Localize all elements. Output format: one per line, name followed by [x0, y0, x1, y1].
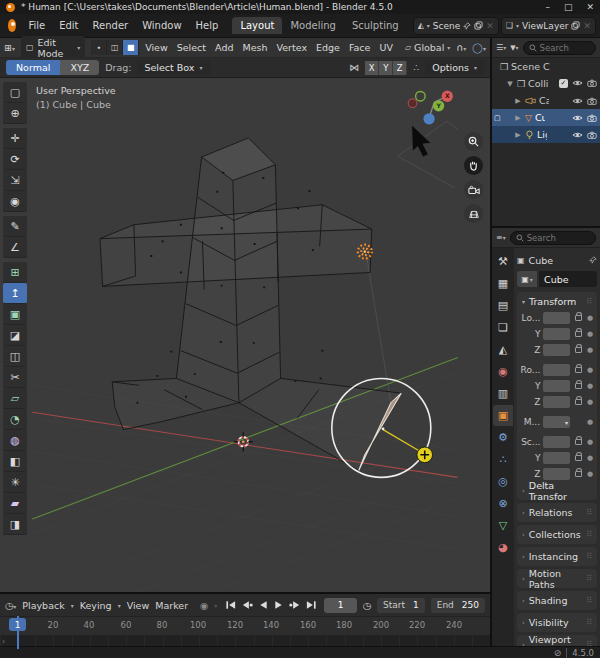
- prev-keyframe-button[interactable]: [239, 598, 254, 612]
- tool-tweak-select-box[interactable]: ▢: [3, 82, 27, 103]
- menu-window[interactable]: Window: [136, 18, 187, 33]
- menu-edit[interactable]: Edit: [53, 18, 84, 33]
- frame-end-field[interactable]: End 250: [431, 598, 485, 613]
- close-button[interactable]: ✕: [586, 2, 594, 12]
- minimize-button[interactable]: –: [545, 2, 550, 12]
- tool-shrink-fatten[interactable]: ✳: [3, 472, 27, 493]
- tab-object-data[interactable]: ▽: [493, 515, 513, 536]
- orient-normal-button[interactable]: Normal: [6, 60, 60, 75]
- gizmo-axis-neg-x[interactable]: [408, 99, 417, 108]
- object-name-field[interactable]: Cube: [539, 271, 597, 287]
- panel-collections[interactable]: ›Collections⠿: [517, 525, 597, 544]
- tool-spin[interactable]: ◔: [3, 409, 27, 430]
- animate-dot-icon[interactable]: ●: [587, 346, 593, 354]
- outliner-editor-icon[interactable]: ☰▾: [496, 43, 506, 52]
- tab-constraints[interactable]: ⊗: [493, 493, 513, 514]
- panel-viewport-display[interactable]: ›Viewport Display⠿: [517, 635, 597, 646]
- editor-type-icon[interactable]: ⊞▾: [4, 42, 15, 53]
- menu-select[interactable]: Select: [177, 42, 206, 53]
- tool-inset-faces[interactable]: ▣: [3, 304, 27, 325]
- jump-to-end-button[interactable]: [303, 598, 318, 612]
- menu-file[interactable]: File: [22, 18, 51, 33]
- tab-world[interactable]: ◉: [493, 361, 513, 382]
- lock-icon[interactable]: [575, 455, 582, 461]
- gizmo-axis-neg-y[interactable]: [416, 91, 426, 101]
- panel-instancing[interactable]: ›Instancing⠿: [517, 547, 597, 566]
- menu-view-timeline[interactable]: View: [127, 600, 150, 611]
- scale-x-field[interactable]: [543, 436, 570, 448]
- panel-motion-paths[interactable]: ›Motion Paths⠿: [517, 569, 597, 588]
- panel-visibility[interactable]: ›Visibility⠿: [517, 613, 597, 632]
- panel-grip-icon[interactable]: ⠿: [586, 297, 592, 306]
- lock-icon[interactable]: [575, 383, 582, 389]
- menu-keying[interactable]: Keying: [80, 600, 112, 611]
- location-z-field[interactable]: [543, 344, 570, 356]
- animate-dot-icon[interactable]: ●: [587, 366, 593, 374]
- menu-help[interactable]: Help: [190, 18, 225, 33]
- gizmo-axis-z[interactable]: [423, 113, 434, 124]
- play-button[interactable]: [271, 598, 286, 612]
- tool-annotate[interactable]: ✎: [3, 216, 27, 237]
- viewport-3d[interactable]: X Y User Perspective (1) Cube | Cube: [0, 78, 490, 592]
- menu-face[interactable]: Face: [349, 42, 370, 53]
- use-preview-range-icon[interactable]: ◷: [363, 600, 371, 611]
- transform-panel-header[interactable]: ▾ Transform ⠿: [517, 292, 597, 310]
- panel-relations[interactable]: ›Relations⠿: [517, 503, 597, 522]
- hide-eye-icon[interactable]: [572, 131, 583, 139]
- tool-move[interactable]: ✛: [3, 128, 27, 149]
- vertex-select-button[interactable]: ∙: [91, 40, 107, 55]
- tool-poly-build[interactable]: ▱: [3, 388, 27, 409]
- animate-dot-icon[interactable]: ●: [587, 398, 593, 406]
- face-select-button[interactable]: ■: [123, 40, 139, 55]
- tab-object[interactable]: ▣: [493, 405, 513, 426]
- disable-render-camera-icon[interactable]: [587, 114, 597, 122]
- lock-icon[interactable]: [575, 399, 582, 405]
- menu-vertex[interactable]: Vertex: [276, 42, 307, 53]
- drag-tool-dropdown[interactable]: Select Box ▾: [137, 60, 209, 75]
- menu-render[interactable]: Render: [87, 18, 135, 33]
- tab-uv-editing[interactable]: UV Editing: [407, 17, 411, 34]
- tab-render[interactable]: ▦: [493, 273, 513, 294]
- tab-layout[interactable]: Layout: [232, 17, 282, 34]
- disable-render-camera-icon[interactable]: [587, 97, 597, 105]
- new-scene-icon[interactable]: [474, 21, 483, 30]
- lock-icon[interactable]: [575, 331, 582, 337]
- tool-scale[interactable]: ⇲: [3, 170, 27, 191]
- collapse-arrow-icon[interactable]: ▼: [506, 80, 514, 88]
- outliner-row-scene-collection[interactable]: ❒ Scene C: [492, 58, 600, 75]
- options-dropdown[interactable]: Options ▾: [425, 60, 484, 75]
- current-frame-field[interactable]: 1: [324, 598, 356, 613]
- mode-dropdown[interactable]: ▢ Edit Mode ▾: [21, 36, 85, 60]
- tab-tool[interactable]: ⚒: [493, 251, 513, 272]
- tab-sculpting[interactable]: Sculpting: [344, 17, 407, 34]
- tool-bevel[interactable]: ◪: [3, 325, 27, 346]
- animate-dot-icon[interactable]: ●: [587, 438, 593, 446]
- disable-render-camera-icon[interactable]: [587, 131, 597, 139]
- viewlayer-selector[interactable]: ❏▾ ViewLayer ✕: [501, 17, 596, 35]
- tab-modifiers[interactable]: ⚙: [493, 427, 513, 448]
- mirror-z-button[interactable]: Z: [393, 61, 407, 75]
- tool-rotate[interactable]: ⟳: [3, 149, 27, 170]
- tool-smooth[interactable]: ◍: [3, 430, 27, 451]
- playhead-frame-badge[interactable]: 1: [9, 618, 26, 631]
- pin-icon[interactable]: [463, 22, 471, 30]
- tab-scene[interactable]: ◭: [493, 339, 513, 360]
- tool-loop-cut[interactable]: ◫: [3, 346, 27, 367]
- camera-view-icon[interactable]: [464, 180, 483, 199]
- new-viewlayer-icon[interactable]: [571, 21, 580, 30]
- mirror-y-button[interactable]: Y: [379, 61, 393, 75]
- maximize-button[interactable]: □: [564, 2, 573, 12]
- collection-checkbox[interactable]: ✓: [559, 79, 568, 88]
- animate-dot-icon[interactable]: ●: [587, 454, 593, 462]
- tool-edge-slide[interactable]: ◧: [3, 451, 27, 472]
- outliner-row-camera[interactable]: ▶ Camera: [492, 92, 600, 109]
- zoom-view-icon[interactable]: [464, 132, 483, 151]
- pin-id-icon[interactable]: [589, 255, 597, 266]
- orthographic-toggle-icon[interactable]: [464, 204, 483, 223]
- tab-output[interactable]: ▤: [493, 295, 513, 316]
- menu-playback[interactable]: Playback: [22, 600, 64, 611]
- pan-view-icon[interactable]: [464, 156, 483, 175]
- lock-icon[interactable]: [575, 439, 582, 445]
- expand-arrow-icon[interactable]: ▶: [514, 131, 522, 139]
- frame-start-field[interactable]: Start 1: [377, 598, 425, 613]
